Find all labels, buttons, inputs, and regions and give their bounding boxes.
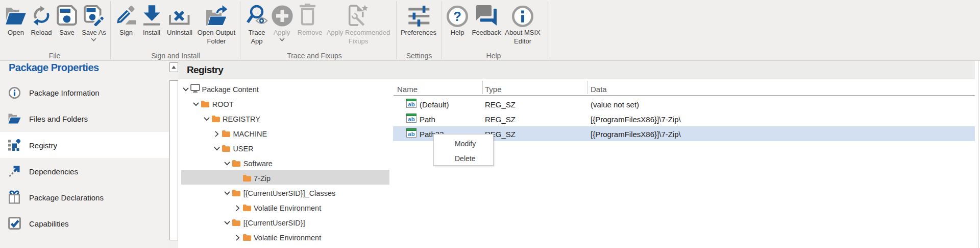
svg-text:?: ? [453, 9, 461, 24]
svg-text:ab: ab [408, 116, 414, 122]
svg-text:ab: ab [408, 130, 414, 137]
svg-text:ab: ab [408, 101, 414, 107]
